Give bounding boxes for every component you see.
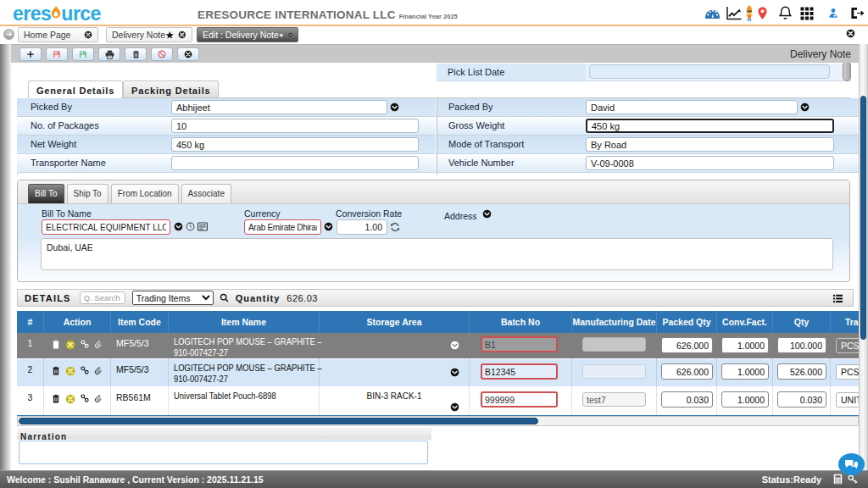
storage-dropdown-icon[interactable] xyxy=(450,402,459,412)
page-vscrollbar[interactable] xyxy=(859,44,868,470)
add-button[interactable] xyxy=(19,47,42,61)
row-link-icon[interactable] xyxy=(81,366,89,374)
tab-bill-to[interactable]: Bill To xyxy=(28,184,64,203)
storage-dropdown-icon[interactable] xyxy=(450,368,459,377)
storage-dropdown-icon[interactable] xyxy=(450,341,459,350)
tab-edit-delivery-note[interactable]: Edit : Delivery Note xyxy=(197,27,298,42)
batch-no-input[interactable] xyxy=(481,391,558,408)
row-attach-icon[interactable] xyxy=(94,366,103,375)
apps-grid-icon[interactable] xyxy=(800,7,814,20)
no-of-packages-input[interactable] xyxy=(171,119,419,133)
item-filter-select[interactable]: Trading Items xyxy=(132,291,214,305)
manufacturing-date-input[interactable] xyxy=(582,337,646,352)
eresource-logo[interactable]: eresurce xyxy=(13,3,101,25)
uom-select[interactable]: PCS xyxy=(836,338,859,353)
packed-by-dropdown-icon[interactable] xyxy=(800,103,810,112)
gross-weight-input[interactable] xyxy=(586,119,834,133)
picked-by-dropdown-icon[interactable] xyxy=(390,103,399,112)
favorite-star-icon[interactable] xyxy=(165,30,174,40)
conv-fact-input[interactable] xyxy=(721,363,769,380)
location-icon[interactable] xyxy=(758,7,767,19)
tab-general-details[interactable]: General Details xyxy=(28,80,123,98)
close-tab-icon[interactable] xyxy=(84,30,92,39)
dashboard-icon[interactable] xyxy=(704,6,721,20)
close-form-button[interactable] xyxy=(177,47,199,61)
transporter-name-input[interactable] xyxy=(171,156,419,170)
table-hscrollbar[interactable] xyxy=(17,416,859,426)
row-cancel-icon[interactable] xyxy=(65,366,75,376)
page-vscrollbar-thumb[interactable] xyxy=(860,96,866,340)
favorite-star-icon[interactable] xyxy=(279,30,284,40)
qty-input[interactable] xyxy=(777,391,826,408)
conv-fact-input[interactable] xyxy=(721,337,769,353)
currency-input[interactable] xyxy=(244,219,321,235)
calculator-icon[interactable] xyxy=(833,474,843,485)
collapsed-nav-strip[interactable] xyxy=(0,28,11,470)
conv-fact-input[interactable] xyxy=(721,391,769,408)
row-cancel-icon[interactable] xyxy=(65,394,75,404)
address-dropdown-icon[interactable] xyxy=(482,209,492,219)
qty-input[interactable] xyxy=(777,363,826,380)
table-row-2[interactable]: 2 MF5/5/3 LOGITECH POP MOUSE – GRAPHITE … xyxy=(17,359,859,387)
address-textarea[interactable]: Dubai, UAE xyxy=(41,238,833,270)
picked-by-input[interactable] xyxy=(171,100,387,114)
batch-no-input[interactable] xyxy=(481,363,558,380)
history-icon[interactable] xyxy=(186,222,195,231)
packed-qty-input[interactable] xyxy=(661,337,713,353)
save-button[interactable] xyxy=(46,47,68,61)
pick-list-date-input[interactable] xyxy=(589,64,830,79)
search-icon[interactable] xyxy=(220,293,229,302)
logout-icon[interactable] xyxy=(849,7,865,19)
uom-select[interactable]: UNIT xyxy=(836,392,859,408)
manufacturing-date-input[interactable] xyxy=(582,364,646,379)
nav-expand-icon[interactable]: ➔ xyxy=(3,29,14,40)
inner-scrollbar-thumb[interactable] xyxy=(843,63,851,81)
row-delete-icon[interactable] xyxy=(52,340,60,349)
mascot-icon[interactable] xyxy=(743,4,755,22)
tab-associate[interactable]: Associate xyxy=(181,184,231,203)
mode-of-transport-input[interactable] xyxy=(586,137,834,152)
card-view-icon[interactable] xyxy=(198,222,208,231)
table-row-3[interactable]: 3 RB561M Universal Tablet Pouch-6898 BIN… xyxy=(17,387,859,415)
bill-to-dropdown-icon[interactable] xyxy=(174,222,183,231)
close-tab-icon[interactable] xyxy=(288,30,292,39)
tab-delivery-note[interactable]: Delivery Note xyxy=(106,27,192,42)
row-delete-icon[interactable] xyxy=(52,366,60,375)
user-icon[interactable] xyxy=(828,8,838,19)
packed-by-input[interactable] xyxy=(586,100,798,114)
narration-textarea[interactable] xyxy=(19,441,428,464)
batch-no-input[interactable] xyxy=(481,336,558,352)
close-all-icon[interactable] xyxy=(846,29,855,38)
analytics-icon[interactable] xyxy=(726,6,743,20)
row-attach-icon[interactable] xyxy=(94,340,103,349)
net-weight-input[interactable] xyxy=(171,137,419,152)
save-close-button[interactable] xyxy=(72,47,94,61)
table-hscrollbar-thumb[interactable] xyxy=(19,418,538,424)
delete-button[interactable] xyxy=(125,47,147,61)
row-link-icon[interactable] xyxy=(81,340,89,348)
details-search-input[interactable] xyxy=(80,291,125,304)
qty-input[interactable] xyxy=(777,337,826,353)
tab-ship-to[interactable]: Ship To xyxy=(67,184,108,203)
conversion-rate-input[interactable] xyxy=(337,219,387,235)
row-link-icon[interactable] xyxy=(81,394,89,402)
tab-from-location[interactable]: From Location xyxy=(111,184,179,203)
cancel-button[interactable] xyxy=(151,47,173,61)
tab-packing-details[interactable]: Packing Details xyxy=(123,80,219,98)
row-delete-icon[interactable] xyxy=(52,394,60,403)
bill-to-name-input[interactable] xyxy=(42,219,170,235)
currency-dropdown-icon[interactable] xyxy=(324,222,333,231)
row-cancel-icon[interactable] xyxy=(65,340,75,350)
uom-select[interactable]: PCS xyxy=(836,364,859,380)
grid-view-icon[interactable] xyxy=(832,294,843,303)
row-attach-icon[interactable] xyxy=(94,394,103,403)
print-button[interactable] xyxy=(98,47,120,61)
notifications-icon[interactable] xyxy=(779,6,792,20)
vehicle-number-input[interactable] xyxy=(586,156,834,170)
tab-home-page[interactable]: Home Page xyxy=(18,27,98,42)
packed-qty-input[interactable] xyxy=(661,363,713,380)
chat-button[interactable] xyxy=(838,453,865,475)
close-tab-icon[interactable] xyxy=(178,30,186,39)
table-row-1[interactable]: 1 MF5/5/3 LOGITECH POP MOUSE – GRAPHITE … xyxy=(17,333,859,359)
manufacturing-date-input[interactable] xyxy=(582,392,646,407)
